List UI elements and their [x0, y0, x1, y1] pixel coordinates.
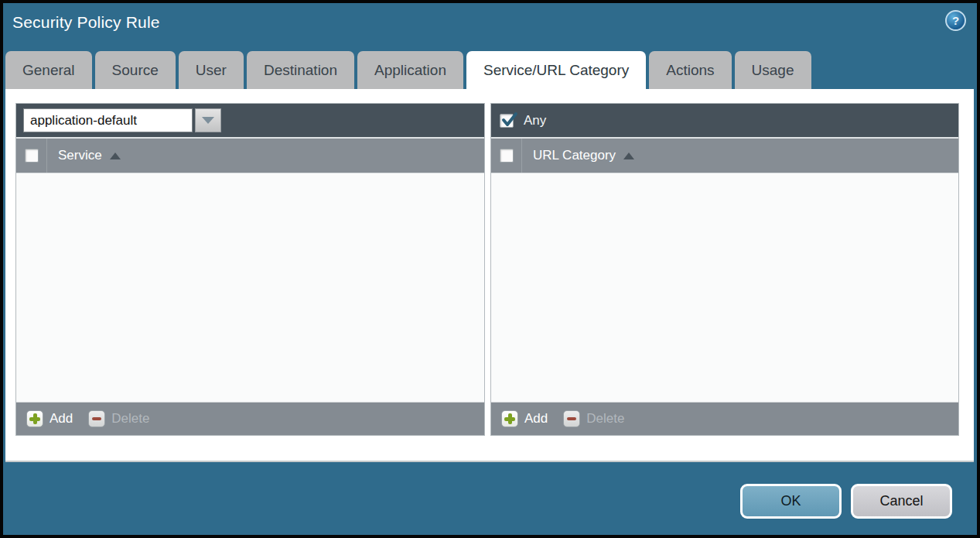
tab-user[interactable]: User [179, 51, 244, 89]
plus-icon [501, 410, 518, 427]
url-category-column-header[interactable]: URL Category [522, 148, 634, 163]
help-icon[interactable]: ? [945, 10, 966, 31]
service-add-button[interactable]: Add [26, 410, 73, 427]
url-category-list [491, 173, 958, 402]
url-delete-button[interactable]: Delete [563, 410, 624, 427]
ok-button[interactable]: OK [740, 484, 842, 519]
minus-icon [563, 410, 580, 427]
url-delete-label: Delete [586, 411, 624, 427]
tab-destination[interactable]: Destination [247, 51, 354, 89]
chevron-down-icon [202, 117, 214, 124]
url-category-toolbar: Any [491, 104, 958, 139]
url-category-grid-header: URL Category [491, 139, 958, 173]
minus-icon [88, 410, 105, 427]
dialog-title: Security Policy Rule [12, 13, 160, 32]
tab-application[interactable]: Application [357, 51, 463, 89]
url-category-column-label: URL Category [533, 148, 616, 163]
service-toolbar: application-default [16, 104, 484, 139]
service-actionbar: Add Delete [16, 402, 484, 435]
service-grid-header: Service [16, 139, 484, 173]
tab-service-url-category[interactable]: Service/URL Category [466, 51, 646, 89]
tab-usage[interactable]: Usage [735, 51, 811, 89]
tab-actions[interactable]: Actions [649, 51, 731, 89]
service-select-all-cell [16, 139, 47, 173]
service-column-label: Service [58, 148, 102, 163]
cancel-button[interactable]: Cancel [851, 484, 952, 519]
url-category-panel: Any URL Category Add [490, 103, 959, 436]
service-type-dropdown[interactable]: application-default [23, 108, 221, 132]
url-any-row: Any [498, 113, 546, 129]
security-policy-rule-dialog: Security Policy Rule ? General Source Us… [0, 0, 980, 538]
url-any-label: Any [524, 113, 546, 129]
sort-ascending-icon [623, 152, 634, 159]
service-type-dropdown-button[interactable] [195, 108, 221, 132]
plus-icon [26, 410, 43, 427]
url-add-button[interactable]: Add [501, 410, 548, 427]
service-add-label: Add [50, 411, 73, 427]
url-select-all-cell [491, 139, 522, 173]
tab-content-area: application-default Service [5, 89, 974, 462]
tab-general[interactable]: General [5, 51, 92, 89]
url-any-checkbox[interactable] [500, 114, 514, 128]
sort-ascending-icon [110, 152, 121, 159]
url-select-all-checkbox[interactable] [500, 149, 514, 163]
service-select-all-checkbox[interactable] [25, 149, 39, 163]
service-type-value[interactable]: application-default [23, 108, 193, 132]
service-list [16, 173, 484, 402]
url-category-actionbar: Add Delete [491, 402, 958, 435]
tab-source[interactable]: Source [95, 51, 176, 89]
service-column-header[interactable]: Service [47, 148, 121, 163]
checkmark-icon [500, 111, 519, 130]
tab-bar: General Source User Destination Applicat… [5, 51, 811, 89]
service-panel: application-default Service [15, 103, 485, 436]
service-delete-label: Delete [111, 411, 149, 427]
service-delete-button[interactable]: Delete [88, 410, 149, 427]
url-add-label: Add [524, 411, 548, 427]
